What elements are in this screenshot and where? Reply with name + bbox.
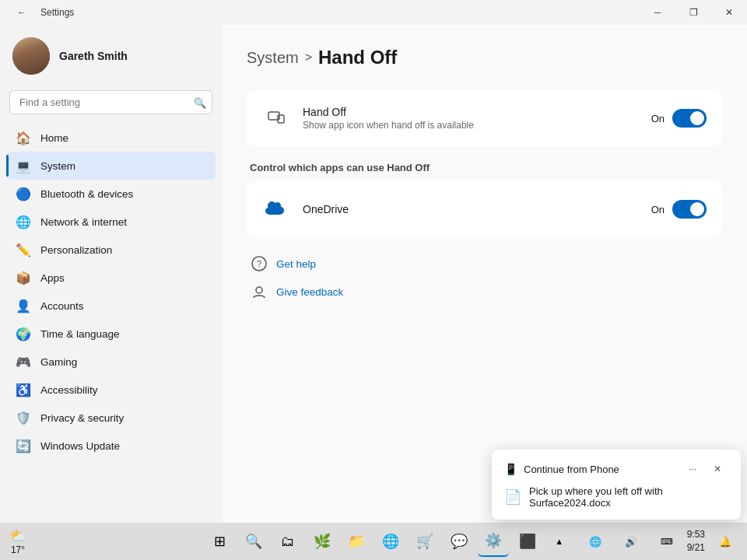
taskbar-clock[interactable]: 9:53 9/21 [687,528,705,555]
nav-icon-accounts: 👤 [16,298,31,313]
taskbar-weather[interactable]: ⛅ 17° [6,527,30,555]
toast-title: Continue from Phone [524,464,619,475]
handoff-icon [262,104,290,132]
taskbar-network-icon[interactable]: 🌐 [580,526,611,557]
svg-point-4 [256,287,262,293]
search-box: 🔍 [9,90,212,114]
window-title: Settings [40,7,74,18]
nav-icon-time: 🌍 [16,326,31,341]
taskbar-edge-button[interactable]: 🌐 [375,526,406,557]
nav-label-system: System [40,160,75,172]
apps-card: OneDrive On [247,181,722,237]
taskbar-search-button[interactable]: 🔍 [238,526,269,557]
links-section: ? Get help Give feedback [247,250,722,306]
taskbar-notification-button[interactable]: 🔔 [710,526,741,557]
taskbar-system-tray-up[interactable]: ▲ [544,526,575,557]
taskbar-audio-icon[interactable]: 🔊 [615,526,647,557]
handoff-desc: Show app icon when hand off is available [303,120,651,131]
toast-body-text: Pick up where you left off with Surface2… [529,485,728,509]
feedback-icon [250,282,268,301]
taskbar-taskview-button[interactable]: 🗂 [272,526,303,557]
nav-label-network: Network & internet [40,216,127,228]
sidebar-item-system[interactable]: 💻 System [6,152,216,180]
sidebar-item-gaming[interactable]: 🎮 Gaming [6,348,216,376]
handoff-toggle[interactable] [672,109,707,128]
sidebar-item-bluetooth[interactable]: 🔵 Bluetooth & devices [6,180,216,208]
breadcrumb-separator: > [305,51,312,65]
onedrive-toggle[interactable] [672,200,707,219]
search-icon: 🔍 [194,96,206,108]
avatar [12,37,50,75]
nav-icon-network: 🌐 [16,214,31,229]
nav-label-personalization: Personalization [40,244,112,256]
titlebar: ← Settings ─ ❐ ✕ [0,0,747,25]
give-feedback-text[interactable]: Give feedback [276,286,343,298]
toast-header: 📱 Continue from Phone ··· ✕ [504,460,728,478]
sidebar-item-apps[interactable]: 📦 Apps [6,264,216,292]
taskbar: ⛅ 17° ⊞ 🔍 🗂 🌿 📁 🌐 🛒 💬 ⚙️ ⬛ ▲ 🌐 🔊 ⌨ 9:53 … [0,523,747,560]
taskbar-keyboard-icon[interactable]: ⌨ [651,526,682,557]
nav-label-update: Windows Update [40,440,120,452]
handoff-control: On [651,109,707,128]
toast-close-button[interactable]: ✕ [707,460,728,478]
onedrive-toggle-label: On [651,204,665,215]
minimize-button[interactable]: ─ [640,0,675,25]
nav-icon-privacy: 🛡️ [16,410,31,425]
taskbar-teams-button[interactable]: 💬 [444,526,475,557]
nav-icon-personalization: ✏️ [16,242,31,257]
taskbar-center: ⊞ 🔍 🗂 🌿 📁 🌐 🛒 💬 ⚙️ ⬛ [204,526,543,557]
onedrive-control: On [651,200,707,219]
nav-icon-bluetooth: 🔵 [16,186,31,201]
taskbar-right: ▲ 🌐 🔊 ⌨ 9:53 9/21 🔔 [544,526,741,557]
nav-icon-home: 🏠 [16,130,31,145]
taskbar-store-button[interactable]: 🛒 [409,526,440,557]
taskbar-start-button[interactable]: ⊞ [204,526,235,557]
handoff-row: Hand Off Show app icon when hand off is … [247,90,722,146]
sidebar-item-home[interactable]: 🏠 Home [6,124,216,152]
toast-file-icon: 📄 [504,488,521,506]
sidebar-item-personalization[interactable]: ✏️ Personalization [6,236,216,264]
sidebar-item-privacy[interactable]: 🛡️ Privacy & security [6,404,216,432]
back-button[interactable]: ← [9,0,34,25]
toast-more-button[interactable]: ··· [682,460,703,478]
sidebar-item-accounts[interactable]: 👤 Accounts [6,292,216,320]
onedrive-row: OneDrive On [247,181,722,237]
handoff-text: Hand Off Show app icon when hand off is … [303,106,651,131]
sidebar-item-network[interactable]: 🌐 Network & internet [6,208,216,236]
nav-icon-update: 🔄 [16,438,31,453]
onedrive-icon [262,195,290,223]
taskbar-copilot-button[interactable]: 🌿 [307,526,338,557]
nav-label-apps: Apps [40,272,65,284]
nav-label-accounts: Accounts [40,300,84,312]
toast-body: 📄 Pick up where you left off with Surfac… [504,485,728,509]
user-profile[interactable]: Gareth Smith [0,25,222,87]
apps-section-label: Control which apps can use Hand Off [250,162,722,173]
nav-label-time: Time & language [40,328,120,340]
nav-list: 🏠 Home 💻 System 🔵 Bluetooth & devices 🌐 … [0,121,222,463]
nav-label-home: Home [40,132,68,144]
onedrive-title: OneDrive [303,203,651,215]
nav-icon-accessibility: ♿ [16,382,31,397]
sidebar: Gareth Smith 🔍 🏠 Home 💻 System 🔵 Bluetoo… [0,25,222,560]
user-name: Gareth Smith [59,50,128,62]
sidebar-item-update[interactable]: 🔄 Windows Update [6,432,216,460]
close-button[interactable]: ✕ [711,0,747,25]
toast-notification: 📱 Continue from Phone ··· ✕ 📄 Pick up wh… [492,450,741,520]
sidebar-item-accessibility[interactable]: ♿ Accessibility [6,376,216,404]
window-controls: ─ ❐ ✕ [640,0,747,25]
toast-controls: ··· ✕ [682,460,728,478]
taskbar-terminal-button[interactable]: ⬛ [512,526,543,557]
get-help-link[interactable]: ? Get help [247,250,722,278]
nav-icon-apps: 📦 [16,270,31,285]
breadcrumb-current: Hand Off [318,47,397,68]
svg-text:?: ? [257,259,261,268]
nav-label-accessibility: Accessibility [40,384,98,396]
restore-button[interactable]: ❐ [675,0,711,25]
get-help-text[interactable]: Get help [276,258,316,270]
search-input[interactable] [9,90,212,114]
handoff-card: Hand Off Show app icon when hand off is … [247,90,722,146]
sidebar-item-time[interactable]: 🌍 Time & language [6,320,216,348]
give-feedback-link[interactable]: Give feedback [247,278,722,306]
taskbar-explorer-button[interactable]: 📁 [341,526,372,557]
taskbar-settings-button[interactable]: ⚙️ [478,526,509,557]
